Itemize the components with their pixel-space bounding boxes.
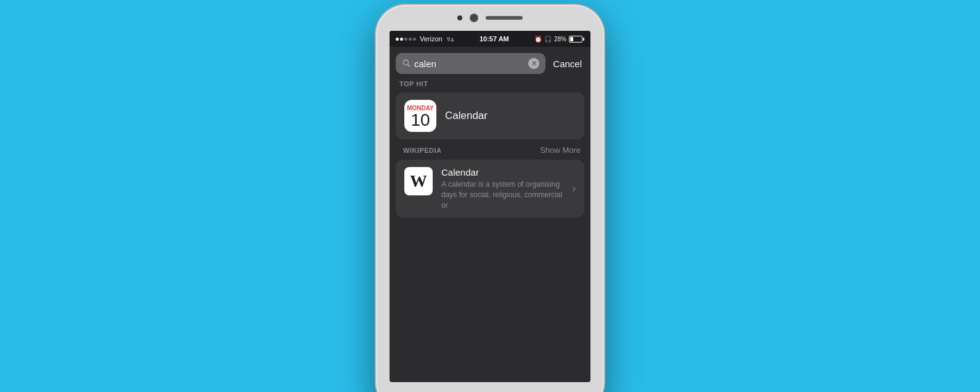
- front-camera-dot: [457, 15, 462, 20]
- wikipedia-title: Calendar: [441, 167, 564, 178]
- top-hit-section-label: TOP HIT: [396, 80, 584, 88]
- wikipedia-section-label: WIKIPEDIA: [399, 147, 446, 154]
- results-area: TOP HIT Monday 10 Calendar WIKIPEDIA Sho…: [390, 74, 590, 218]
- signal-dots: [396, 38, 416, 41]
- front-camera: [470, 14, 478, 22]
- battery-icon: [569, 36, 584, 43]
- phone-top-bar: [376, 5, 604, 26]
- calendar-app-icon: Monday 10: [404, 100, 436, 132]
- battery-percent-label: 28%: [554, 36, 566, 43]
- phone-wrapper: Verizon ▿▵ 10:57 AM ⏰ 🎧 28%: [373, 5, 607, 387]
- search-area: calen ✕ Cancel: [390, 47, 590, 74]
- signal-dot-4: [409, 38, 412, 41]
- top-hit-card[interactable]: Monday 10 Calendar: [396, 92, 584, 139]
- battery-fill: [570, 37, 573, 41]
- battery-tip: [583, 38, 584, 41]
- wikipedia-description: A calendar is a system of organising day…: [441, 179, 564, 210]
- clear-search-button[interactable]: ✕: [528, 58, 539, 69]
- signal-dot-2: [400, 38, 403, 41]
- phone-frame: Verizon ▿▵ 10:57 AM ⏰ 🎧 28%: [376, 5, 604, 392]
- wikipedia-content: Calendar A calendar is a system of organ…: [441, 167, 564, 210]
- phone-camera-row: [457, 14, 523, 22]
- search-icon: [402, 59, 410, 69]
- chevron-right-icon: ›: [573, 183, 576, 194]
- status-right: ⏰ 🎧 28%: [534, 36, 584, 43]
- signal-dot-5: [413, 38, 416, 41]
- carrier-label: Verizon: [420, 35, 443, 43]
- signal-dot-3: [404, 38, 407, 41]
- search-input-container[interactable]: calen ✕: [396, 53, 545, 74]
- wifi-icon: ▿▵: [447, 35, 454, 43]
- battery-body: [569, 36, 582, 43]
- status-left: Verizon ▿▵: [396, 35, 454, 43]
- cancel-button[interactable]: Cancel: [550, 59, 584, 69]
- search-text[interactable]: calen: [414, 59, 525, 69]
- status-time: 10:57 AM: [480, 35, 509, 43]
- svg-line-1: [408, 64, 410, 66]
- show-more-button[interactable]: Show More: [540, 145, 581, 155]
- signal-dot-1: [396, 38, 399, 41]
- search-bar[interactable]: calen ✕ Cancel: [396, 53, 584, 74]
- top-hit-app-name: Calendar: [445, 110, 488, 122]
- wikipedia-result-card[interactable]: W Calendar A calendar is a system of org…: [396, 160, 584, 218]
- phone-screen: Verizon ▿▵ 10:57 AM ⏰ 🎧 28%: [390, 31, 590, 382]
- headphone-icon: 🎧: [544, 36, 552, 43]
- alarm-icon: ⏰: [534, 36, 542, 43]
- wikipedia-icon: W: [404, 167, 433, 195]
- earpiece-speaker: [486, 16, 523, 20]
- calendar-day-number: 10: [410, 112, 430, 129]
- status-bar: Verizon ▿▵ 10:57 AM ⏰ 🎧 28%: [390, 31, 590, 47]
- wikipedia-section-header: WIKIPEDIA Show More: [396, 145, 584, 155]
